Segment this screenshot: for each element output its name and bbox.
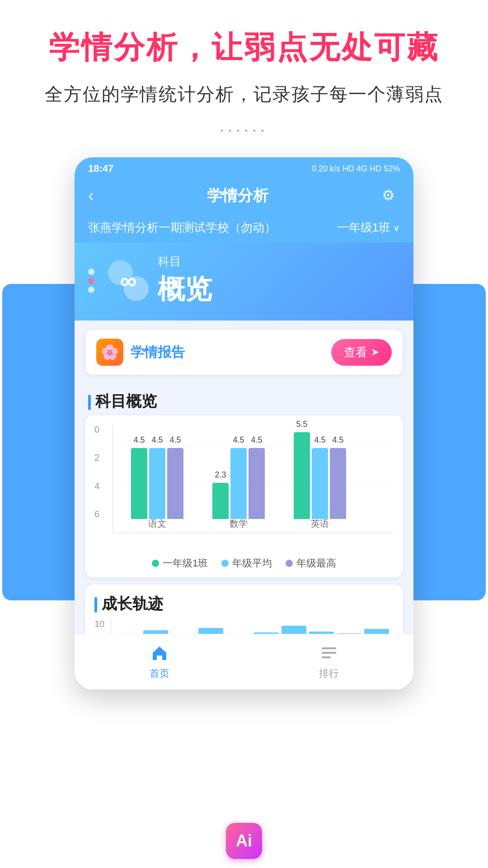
y-label-2: 2 <box>94 453 99 463</box>
group-shuxue: 2.3 4.5 4.5 <box>212 448 265 519</box>
legend-avg: 年级平均 <box>221 557 272 570</box>
group-yingyu: 5.5 4.5 4.5 <box>294 432 346 519</box>
school-bar: 张燕学情分析一期测试学校（勿动） 一年级1班 ∨ <box>75 215 413 243</box>
legend-dot-purple <box>286 560 293 567</box>
chart-container: 6 4 2 0 4.5 <box>85 415 403 577</box>
report-title: 学情报告 <box>131 343 185 362</box>
legend-label-avg: 年级平均 <box>232 557 272 570</box>
chart-y-axis: 6 4 2 0 <box>94 425 99 533</box>
status-icons: 0.20 k/s HD 4G HD 52% <box>312 164 400 174</box>
bar-label-yuwen-2: 4.5 <box>151 435 163 445</box>
class-selector[interactable]: 一年级1班 ∨ <box>337 220 400 236</box>
settings-button[interactable]: ⚙ <box>382 187 400 205</box>
nav-item-home[interactable]: 首页 <box>148 642 171 680</box>
dots: ······ <box>18 120 470 139</box>
ai-badge[interactable]: Ai <box>226 823 262 859</box>
section-title-subject: 科目概览 <box>75 384 413 415</box>
bar-label-shuxue-2: 4.5 <box>233 435 244 445</box>
legend-label-class: 一年级1班 <box>163 557 208 570</box>
bar-shuxue-green: 2.3 <box>212 483 229 519</box>
bar-shuxue-purple: 4.5 <box>249 448 265 519</box>
tab-label-big: 概览 <box>158 271 400 308</box>
bar-label-yuwen-3: 4.5 <box>169 435 181 445</box>
header-title: 学情分析 <box>207 185 268 206</box>
tab-icon-link: ∞ <box>120 267 136 294</box>
top-section: 学情分析，让弱点无处可藏 全方位的学情统计分析，记录孩子每一个薄弱点 ·····… <box>0 0 488 157</box>
legend-dot-lb <box>221 560 229 567</box>
legend-dot-green <box>152 560 159 567</box>
status-time: 18:47 <box>88 163 113 175</box>
group-label-shuxue: 数学 <box>230 518 248 530</box>
report-left: 🌸 学情报告 <box>96 339 185 366</box>
bar-label-yingyu-3: 4.5 <box>332 435 343 445</box>
group-label-yuwen: 语文 <box>148 518 166 530</box>
bottom-nav: 首页 排行 <box>75 634 413 689</box>
class-name: 一年级1班 <box>337 220 390 236</box>
svg-rect-0 <box>322 647 336 649</box>
home-icon <box>148 642 171 664</box>
dot-1 <box>88 269 94 275</box>
chart-legend: 一年级1班 年级平均 年级最高 <box>94 557 394 570</box>
growth-title: 成长轨迹 <box>94 594 394 614</box>
bar-label-shuxue-1: 2.3 <box>215 470 226 480</box>
view-btn-label: 查看 <box>344 344 367 360</box>
nav-label-rank: 排行 <box>319 667 339 680</box>
bar-label-yingyu-2: 4.5 <box>314 435 325 445</box>
y-label-4: 4 <box>94 481 99 491</box>
svg-rect-2 <box>322 656 331 658</box>
bar-yingyu-lb: 4.5 <box>312 448 328 519</box>
y-label-6: 6 <box>94 509 99 519</box>
school-name: 张燕学情分析一期测试学校（勿动） <box>88 220 276 236</box>
phone-mockup: 18:47 0.20 k/s HD 4G HD 52% ‹ 学情分析 ⚙ 张燕学… <box>75 157 413 689</box>
group-label-yingyu: 英语 <box>311 518 329 530</box>
bar-yuwen-green: 4.5 <box>131 448 147 519</box>
chart-wrapper: 6 4 2 0 4.5 <box>94 425 394 551</box>
sub-title: 全方位的学情统计分析，记录孩子每一个薄弱点 <box>18 82 470 107</box>
tab-card[interactable]: ∞ 科目 概览 <box>75 243 413 321</box>
report-icon: 🌸 <box>96 339 123 366</box>
app-header: ‹ 学情分析 ⚙ <box>75 178 413 215</box>
nav-label-home: 首页 <box>150 667 169 680</box>
bar-label-yingyu-1: 5.5 <box>296 420 307 429</box>
bar-shuxue-lb: 4.5 <box>230 448 247 519</box>
chart-body: 4.5 4.5 4.5 语文 <box>113 425 394 533</box>
grid-line-4 <box>113 446 394 447</box>
tab-dots <box>88 269 94 293</box>
main-title: 学情分析，让弱点无处可藏 <box>18 27 470 68</box>
bar-yingyu-green: 5.5 <box>294 432 310 519</box>
bar-label-shuxue-3: 4.5 <box>251 435 262 445</box>
bar-yuwen-purple: 4.5 <box>167 448 183 519</box>
legend-label-top: 年级最高 <box>296 557 336 570</box>
back-button[interactable]: ‹ <box>88 186 94 205</box>
bar-yuwen-lb: 4.5 <box>149 448 165 519</box>
growth-y-label: 10 <box>94 619 104 629</box>
tab-card-content: 科目 概览 <box>158 254 400 308</box>
dot-3 <box>88 287 94 293</box>
legend-top: 年级最高 <box>286 557 336 570</box>
y-label-0: 0 <box>94 425 99 435</box>
legend-class: 一年级1班 <box>152 557 208 570</box>
bar-yingyu-purple: 4.5 <box>330 448 346 519</box>
chevron-down-icon: ∨ <box>393 222 400 233</box>
group-yuwen: 4.5 4.5 4.5 <box>131 448 183 519</box>
view-button[interactable]: 查看 ➤ <box>331 339 392 366</box>
view-btn-arrow-icon: ➤ <box>371 346 379 358</box>
dot-2 <box>88 278 94 284</box>
svg-rect-1 <box>322 652 336 654</box>
tab-label-small: 科目 <box>158 254 400 269</box>
tab-icon: ∞ <box>108 260 149 301</box>
bar-label-yuwen-1: 4.5 <box>133 435 145 445</box>
phone-outer: 18:47 0.20 k/s HD 4G HD 52% ‹ 学情分析 ⚙ 张燕学… <box>75 157 413 689</box>
status-right: 0.20 k/s HD 4G HD 52% <box>312 164 400 174</box>
nav-item-rank[interactable]: 排行 <box>318 642 340 680</box>
report-card: 🌸 学情报告 查看 ➤ <box>85 330 403 375</box>
grid-line-6 <box>113 410 394 410</box>
rank-icon <box>318 642 340 664</box>
status-bar: 18:47 0.20 k/s HD 4G HD 52% <box>75 157 413 178</box>
